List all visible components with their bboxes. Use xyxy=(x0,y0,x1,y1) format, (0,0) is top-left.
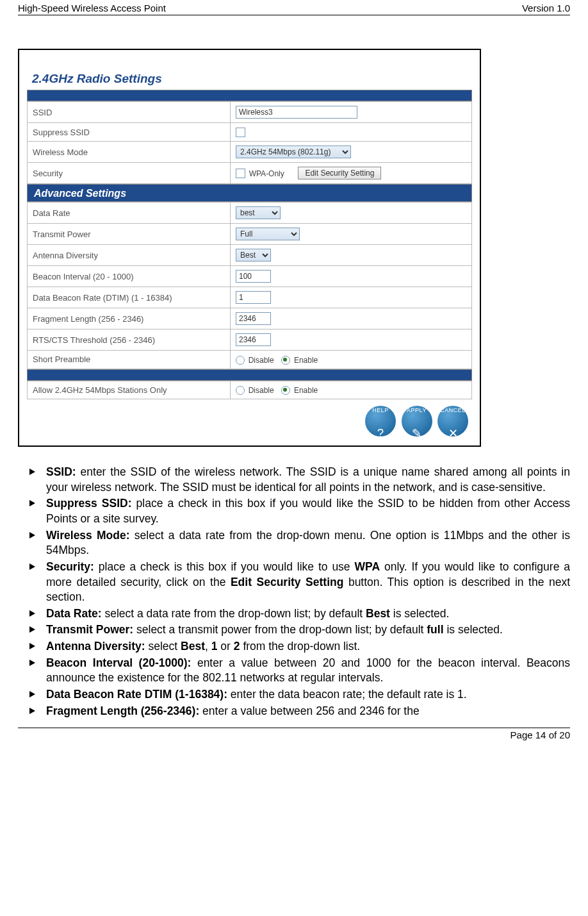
tx-label: Transmit Power xyxy=(28,224,231,245)
dtim-input[interactable] xyxy=(236,291,271,304)
mode-label: Wireless Mode xyxy=(28,142,231,163)
preamble-enable-radio[interactable] xyxy=(281,356,290,365)
rate-label: Data Rate xyxy=(28,203,231,224)
disable-label-2: Disable xyxy=(249,386,274,395)
wpa-checkbox[interactable] xyxy=(236,169,245,178)
edit-security-button[interactable]: Edit Security Setting xyxy=(298,167,381,179)
dtim-label: Data Beacon Rate (DTIM) (1 - 16384) xyxy=(28,287,231,308)
rate-select[interactable]: best xyxy=(236,206,281,219)
page-number: Page 14 of 20 xyxy=(510,729,570,740)
frag-label: Fragment Length (256 - 2346) xyxy=(28,308,231,329)
allow-disable-radio[interactable] xyxy=(236,386,245,395)
advanced-bar: Advanced Settings xyxy=(27,184,472,202)
security-label: Security xyxy=(28,163,231,184)
list-item: Transmit Power: select a transmit power … xyxy=(46,622,570,638)
list-item: Antenna Diversity: select Best, 1 or 2 f… xyxy=(46,639,570,654)
beacon-input[interactable] xyxy=(236,270,271,283)
list-item: Data Rate: select a data rate from the d… xyxy=(46,606,570,622)
cancel-button[interactable]: ✕CANCEL xyxy=(437,406,468,437)
enable-label: Enable xyxy=(294,356,318,365)
help-button[interactable]: ?HELP xyxy=(365,406,396,437)
preamble-disable-radio[interactable] xyxy=(236,356,245,365)
suppress-checkbox[interactable] xyxy=(236,128,245,137)
list-item: Wireless Mode: select a data rate from t… xyxy=(46,528,570,558)
config-panel: 2.4GHz Radio Settings SSID Suppress SSID… xyxy=(18,49,481,447)
rts-label: RTS/CTS Threshold (256 - 2346) xyxy=(28,329,231,351)
description-list: SSID: enter the SSID of the wireless net… xyxy=(18,465,570,719)
list-item: SSID: enter the SSID of the wireless net… xyxy=(46,465,570,495)
allow-label: Allow 2.4GHz 54Mbps Stations Only xyxy=(28,381,231,399)
list-item: Suppress SSID: place a check in this box… xyxy=(46,496,570,526)
frag-input[interactable] xyxy=(236,312,271,325)
allow-enable-radio[interactable] xyxy=(281,386,290,395)
panel-title: 2.4GHz Radio Settings xyxy=(27,69,472,90)
mode-select[interactable]: 2.4GHz 54Mbps (802.11g) xyxy=(236,146,351,158)
list-item: Security: place a check is this box if y… xyxy=(46,560,570,605)
suppress-label: Suppress SSID xyxy=(28,123,231,142)
ssid-input[interactable] xyxy=(236,106,357,119)
doc-title: High-Speed Wireless Access Point xyxy=(18,3,166,13)
enable-label-2: Enable xyxy=(294,386,318,395)
ssid-label: SSID xyxy=(28,102,231,123)
preamble-label: Short Preamble xyxy=(28,351,231,369)
tx-select[interactable]: Full xyxy=(236,228,300,240)
apply-button[interactable]: ✎APPLY xyxy=(402,406,432,437)
ant-label: Antenna Diversity xyxy=(28,245,231,266)
disable-label: Disable xyxy=(249,356,274,365)
list-item: Beacon Interval (20-1000): enter a value… xyxy=(46,656,570,686)
rts-input[interactable] xyxy=(236,333,271,346)
section-bar-2 xyxy=(27,369,472,381)
list-item: Data Beacon Rate DTIM (1-16384): enter t… xyxy=(46,687,570,703)
wpa-label: WPA-Only xyxy=(249,169,284,178)
beacon-label: Beacon Interval (20 - 1000) xyxy=(28,266,231,287)
doc-version: Version 1.0 xyxy=(522,3,570,13)
list-item: Fragment Length (256-2346): enter a valu… xyxy=(46,704,570,719)
section-bar xyxy=(27,90,472,101)
ant-select[interactable]: Best xyxy=(236,249,271,262)
